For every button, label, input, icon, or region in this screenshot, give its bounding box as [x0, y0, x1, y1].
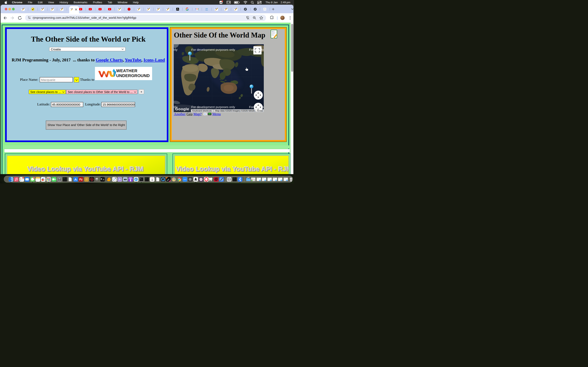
svg-text:For development purposes only: For development purposes only — [174, 48, 177, 51]
svg-text:88:88: 88:88 — [208, 113, 211, 114]
svg-text:For development purposes only: For development purposes only — [191, 48, 235, 51]
svg-text:Terms: Terms — [257, 109, 263, 112]
svg-text:zoom: zoom — [183, 179, 186, 180]
svg-text:>_: >_ — [140, 178, 142, 179]
svg-text:IJ: IJ — [168, 179, 169, 180]
svg-text:exec: exec — [63, 178, 65, 179]
svg-text:For development purposes only: For development purposes only — [191, 105, 235, 109]
svg-text:Fz: Fz — [79, 178, 83, 181]
svg-text:Keyboard shortcuts: Keyboard shortcuts — [192, 109, 212, 112]
svg-text:B: B — [119, 178, 121, 181]
svg-text:Map data ©2026 Imagery ©2026 N: Map data ©2026 Imagery ©2026 NASA — [215, 109, 255, 112]
svg-text:Google: Google — [175, 107, 189, 111]
svg-text:WEATHER: WEATHER — [116, 68, 138, 73]
svg-text:exec: exec — [233, 178, 235, 179]
svg-text:UNDERGROUND: UNDERGROUND — [116, 73, 150, 78]
svg-text:E: E — [205, 113, 206, 115]
svg-text:3: 3 — [23, 177, 24, 178]
svg-text:JAN: JAN — [151, 177, 153, 179]
svg-text:203: 203 — [33, 177, 35, 178]
svg-text:tv: tv — [103, 179, 104, 180]
svg-text:8: 8 — [151, 179, 153, 181]
svg-text:exec: exec — [145, 178, 147, 179]
